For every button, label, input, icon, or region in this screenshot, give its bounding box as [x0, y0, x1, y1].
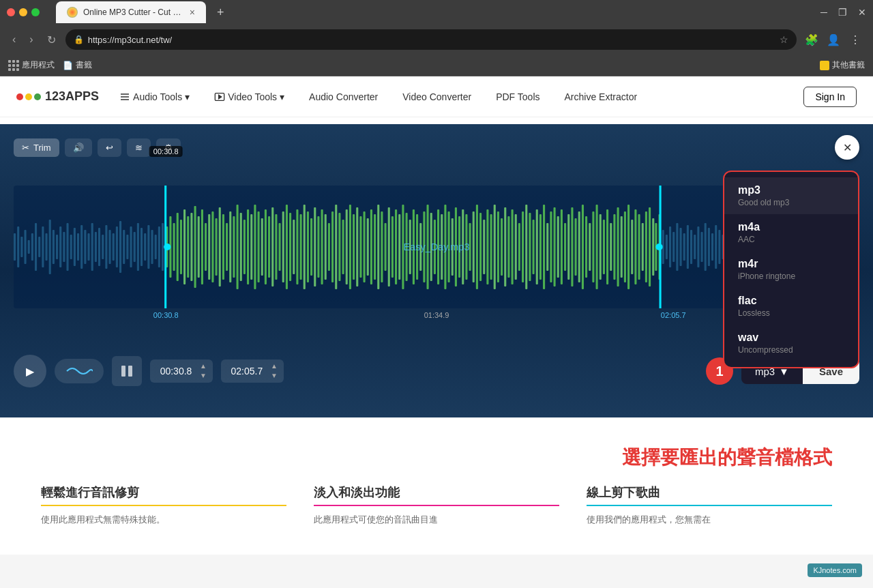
refresh-btn[interactable]: ↻: [43, 31, 60, 49]
svg-rect-106: [381, 211, 383, 282]
format-option-mp3[interactable]: mp3 Good old mp3: [724, 177, 858, 214]
svg-rect-150: [536, 209, 538, 284]
svg-rect-21: [80, 225, 83, 269]
volume-btn[interactable]: 🔊: [65, 138, 92, 157]
svg-rect-78: [282, 211, 284, 282]
svg-rect-172: [613, 214, 615, 280]
format-name-mp3: mp3: [738, 184, 844, 196]
section-title-fade: 淡入和淡出功能: [314, 484, 559, 506]
end-time-down[interactable]: ▼: [270, 372, 278, 380]
logo[interactable]: 123APPS: [16, 89, 99, 104]
nav-item-audio-tools[interactable]: Audio Tools ▾: [115, 89, 194, 105]
end-time-input[interactable]: [226, 366, 267, 377]
start-time-down[interactable]: ▼: [199, 372, 207, 380]
restore-btn[interactable]: ❐: [838, 7, 847, 18]
other-bookmarks[interactable]: 其他書籤: [820, 59, 865, 71]
play-btn[interactable]: ▶: [14, 355, 46, 387]
end-time-up[interactable]: ▲: [270, 362, 278, 370]
svg-rect-52: [190, 213, 192, 281]
format-option-m4r[interactable]: m4r iPhone ringtone: [724, 251, 858, 288]
svg-rect-69: [250, 214, 252, 280]
undo-btn[interactable]: ↩: [98, 138, 121, 157]
svg-rect-20: [77, 233, 79, 261]
svg-rect-199: [708, 228, 710, 266]
tab-title: Online MP3 Cutter - Cut Songs...: [83, 8, 181, 17]
svg-rect-202: [718, 230, 720, 264]
svg-rect-95: [342, 220, 344, 274]
svg-rect-138: [494, 205, 496, 289]
svg-rect-9: [38, 237, 40, 257]
sign-in-btn[interactable]: Sign In: [803, 87, 857, 107]
format-desc-m4r: iPhone ringtone: [738, 271, 844, 281]
svg-rect-167: [596, 205, 598, 289]
back-btn[interactable]: ‹: [8, 31, 20, 48]
start-time-up[interactable]: ▲: [199, 362, 207, 370]
editor-close-btn[interactable]: ✕: [835, 135, 859, 160]
split-btn[interactable]: [112, 356, 142, 386]
url-bar[interactable]: 🔒 https://mp3cut.net/tw/ ☆: [65, 29, 797, 50]
extensions-btn[interactable]: 🧩: [802, 30, 821, 49]
format-option-wav[interactable]: wav Uncompressed: [724, 325, 858, 362]
svg-rect-183: [652, 218, 654, 276]
svg-rect-104: [374, 214, 376, 280]
nav-item-pdf-tools[interactable]: PDF Tools: [492, 89, 544, 105]
svg-rect-77: [279, 223, 281, 271]
svg-rect-71: [258, 211, 260, 282]
svg-rect-137: [490, 214, 492, 280]
apps-bookmark[interactable]: 應用程式: [8, 59, 55, 71]
start-time-arrows: ▲ ▼: [199, 362, 207, 380]
section-body-download: 使用我們的應用程式，您無需在: [587, 513, 832, 527]
close-window-btn[interactable]: [7, 8, 15, 16]
editor-toolbar: ✂ Trim 🔊 ↩ ≋ ⚙ ✕: [0, 124, 873, 165]
waveform-btn[interactable]: ≋: [127, 138, 151, 157]
svg-rect-197: [701, 232, 703, 262]
menu-btn[interactable]: ⋮: [846, 30, 865, 49]
nav-audio-tools-label: Audio Tools: [133, 91, 182, 102]
svg-rect-10: [42, 226, 44, 267]
undo-icon: ↩: [106, 143, 113, 153]
profile-btn[interactable]: 👤: [824, 30, 843, 49]
format-option-flac[interactable]: flac Lossless: [724, 288, 858, 325]
svg-rect-29: [109, 230, 111, 264]
svg-rect-158: [564, 223, 566, 271]
bookmark-star-icon[interactable]: ☆: [780, 34, 788, 45]
fade-btn[interactable]: [55, 359, 104, 383]
end-time-input-group[interactable]: ▲ ▼: [221, 359, 284, 383]
svg-rect-93: [335, 205, 337, 289]
start-time-input-group[interactable]: ▲ ▼: [150, 359, 213, 383]
svg-rect-2: [14, 233, 16, 261]
minimize-btn[interactable]: ─: [820, 7, 827, 18]
tab-close-btn[interactable]: ×: [190, 7, 195, 18]
svg-rect-159: [567, 214, 569, 280]
svg-rect-39: [144, 233, 146, 261]
other-bookmarks-label: 其他書籤: [832, 59, 865, 71]
svg-rect-3: [17, 226, 19, 267]
svg-rect-33: [123, 230, 125, 264]
start-time-input[interactable]: [156, 366, 196, 377]
svg-rect-148: [529, 213, 531, 281]
format-desc-flac: Lossless: [738, 308, 844, 318]
svg-rect-74: [268, 216, 270, 278]
nav-item-video-tools[interactable]: Video Tools ▾: [210, 89, 288, 105]
close-btn[interactable]: ✕: [858, 7, 866, 18]
traffic-lights[interactable]: [7, 8, 40, 16]
svg-rect-34: [126, 235, 128, 259]
svg-rect-135: [483, 220, 485, 274]
svg-rect-145: [518, 223, 520, 271]
svg-rect-141: [504, 207, 506, 286]
time-label-end: 02:05.7: [661, 311, 686, 342]
trim-btn[interactable]: ✂ Trim: [14, 138, 59, 157]
format-name-flac: flac: [738, 295, 844, 307]
nav-item-archive-extractor[interactable]: Archive Extractor: [561, 89, 642, 105]
format-option-m4a[interactable]: m4a AAC: [724, 214, 858, 251]
minimize-window-btn[interactable]: [19, 8, 27, 16]
browser-tab[interactable]: Online MP3 Cutter - Cut Songs... ×: [56, 1, 206, 23]
new-tab-btn[interactable]: +: [211, 3, 230, 21]
maximize-window-btn[interactable]: [31, 8, 40, 16]
bookmarks-label[interactable]: 📄 書籤: [63, 59, 92, 71]
svg-marker-1: [219, 95, 222, 98]
nav-item-audio-converter[interactable]: Audio Converter: [305, 89, 382, 105]
forward-btn[interactable]: ›: [25, 31, 37, 48]
nav-item-video-converter[interactable]: Video Converter: [398, 89, 475, 105]
lock-icon: 🔒: [74, 35, 84, 44]
